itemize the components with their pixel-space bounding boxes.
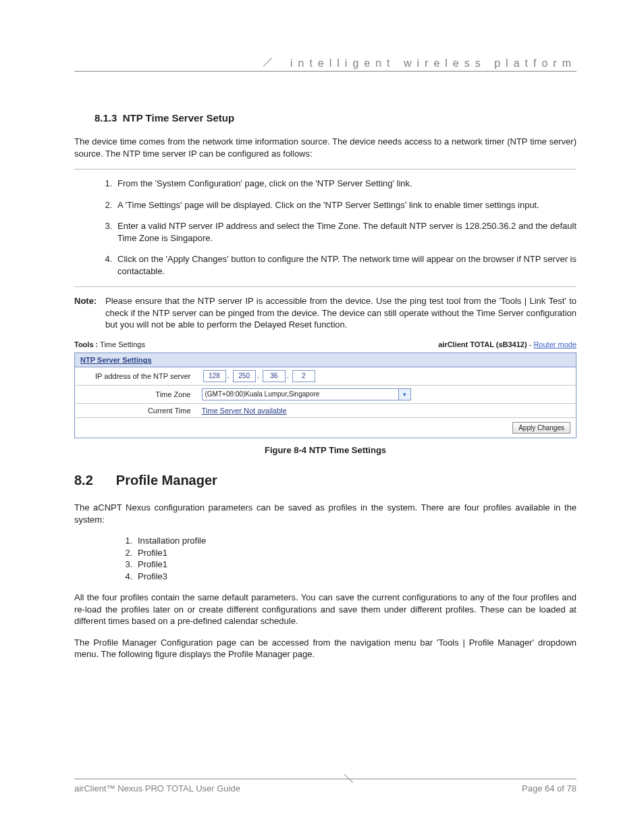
device-mode: airClient TOTAL (sB3412) - Router mode xyxy=(438,340,576,348)
current-time-label: Current Time xyxy=(75,404,196,418)
ip-octet-input[interactable]: 2 xyxy=(292,370,315,382)
mode-link[interactable]: Router mode xyxy=(533,340,576,348)
ip-octet-input[interactable]: 128 xyxy=(203,370,226,382)
ip-octet-input[interactable]: 250 xyxy=(233,370,256,382)
breadcrumb: Tools : Time Settings xyxy=(74,340,145,348)
timezone-select[interactable]: (GMT+08:00)Kuala Lumpur,Singapore ▾ xyxy=(202,388,411,400)
ntp-server-settings-link[interactable]: NTP Server Settings xyxy=(80,356,152,364)
intro-paragraph: The device time comes from the network t… xyxy=(74,136,576,159)
apply-changes-button[interactable]: Apply Changes xyxy=(512,422,570,434)
chevron-down-icon: ▾ xyxy=(398,389,410,400)
current-time-value: Time Server Not available xyxy=(202,407,287,415)
divider xyxy=(74,169,576,170)
section-title-text: NTP Time Server Setup xyxy=(123,112,234,124)
figure-caption: Figure 8-4 NTP Time Settings xyxy=(74,445,576,455)
step-item: A 'Time Settings' page will be displayed… xyxy=(115,199,576,211)
footer-right: Page 64 of 78 xyxy=(522,783,576,793)
divider xyxy=(74,286,576,287)
list-item: Installation profile xyxy=(135,535,576,547)
paragraph: The aCNPT Nexus configuration parameters… xyxy=(74,502,576,525)
list-item: Profile1 xyxy=(135,558,576,571)
section-82-heading: 8.2 Profile Manager xyxy=(74,473,576,488)
header-rule xyxy=(74,71,576,72)
list-item: Profile3 xyxy=(135,571,576,583)
note-text: Please ensure that the NTP server IP is … xyxy=(105,295,576,331)
separator: - xyxy=(527,340,534,348)
step-item: From the 'System Configuration' page, cl… xyxy=(115,178,576,190)
note-label: Note: xyxy=(74,295,105,331)
section-number: 8.1.3 xyxy=(95,112,117,124)
ntp-table: NTP Server Settings IP address of the NT… xyxy=(74,353,576,438)
footer-rule xyxy=(74,779,576,779)
profiles-list: Installation profile Profile1 Profile1 P… xyxy=(135,535,576,582)
timezone-value: (GMT+08:00)Kuala Lumpur,Singapore xyxy=(205,390,320,398)
section-813-heading: 8.1.3 NTP Time Server Setup xyxy=(95,112,576,124)
ip-input-group: 128. 250. 36. 2 xyxy=(196,367,576,386)
device-name: airClient TOTAL (sB3412) xyxy=(438,340,527,348)
list-item: Profile1 xyxy=(135,547,576,559)
paragraph: All the four profiles contain the same d… xyxy=(74,592,576,627)
section-number: 8.2 xyxy=(74,473,93,488)
page-footer: airClient™ Nexus PRO TOTAL User Guide Pa… xyxy=(74,779,576,793)
note-block: Note: Please ensure that the NTP server … xyxy=(74,295,576,331)
breadcrumb-label: Tools : xyxy=(74,340,98,348)
header-tagline: intelligent wireless platform xyxy=(74,57,576,70)
ntp-settings-figure: Tools : Time Settings airClient TOTAL (s… xyxy=(74,340,576,438)
breadcrumb-value: Time Settings xyxy=(100,340,145,348)
step-item: Click on the 'Apply Changes' button to c… xyxy=(115,253,576,277)
timezone-label: Time Zone xyxy=(75,386,196,404)
section-title-text: Profile Manager xyxy=(116,473,217,488)
step-item: Enter a valid NTP server IP address and … xyxy=(115,220,576,244)
paragraph: The Profile Manager Configuration page c… xyxy=(74,637,576,660)
ip-label: IP address of the NTP server xyxy=(75,367,196,386)
ip-octet-input[interactable]: 36 xyxy=(263,370,286,382)
footer-left: airClient™ Nexus PRO TOTAL User Guide xyxy=(74,783,240,793)
steps-list: From the 'System Configuration' page, cl… xyxy=(115,178,576,277)
